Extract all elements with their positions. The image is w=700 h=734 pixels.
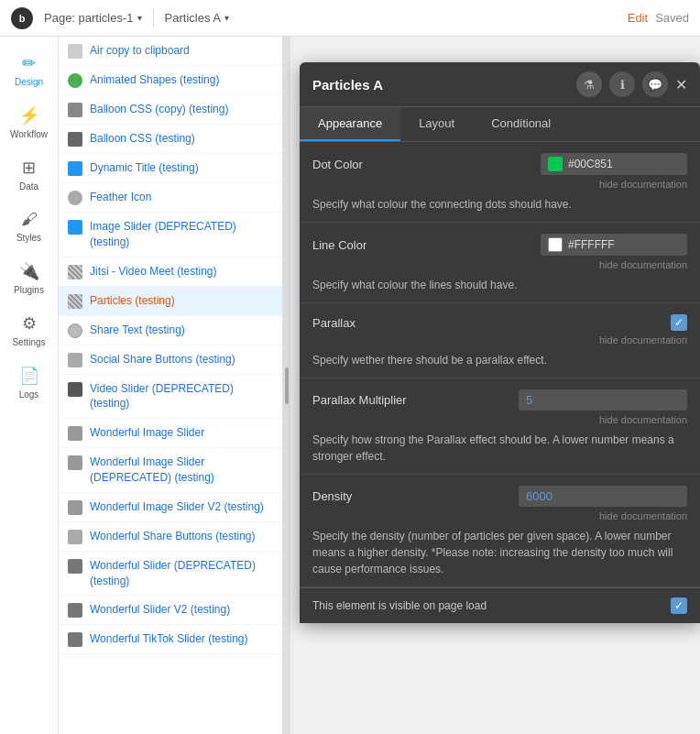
parallax-label: Parallax [312, 316, 663, 330]
topbar: b Page: particles-1 ▾ Particles A ▾ Edit… [0, 0, 700, 37]
line-color-swatch [548, 237, 563, 252]
chat-button[interactable]: 💬 [642, 71, 668, 97]
sidebar-icons: ✏ Design ⚡ Workflow ⊞ Data 🖌 Styles 🔌 Pl… [0, 37, 59, 734]
parallax-doc-link[interactable]: hide documentation [599, 334, 687, 345]
plugin-name: Animated Shapes (testing) [90, 72, 219, 88]
plugin-icon [68, 161, 82, 176]
scroll-handle[interactable] [283, 37, 290, 734]
plugins-icon: 🔌 [19, 261, 39, 281]
sidebar-item-logs[interactable]: 📄 Logs [0, 356, 58, 409]
logo: b [11, 7, 33, 29]
plugin-icon [68, 382, 82, 397]
list-item[interactable]: Wonderful Image Slider [59, 419, 282, 448]
plugin-name: Wonderful Image Slider [90, 425, 204, 441]
panel-content: Dot Color #00C851 hide documentation Spe… [300, 142, 700, 623]
particles-selector[interactable]: Particles A ▾ [165, 11, 617, 25]
dot-color-main: Dot Color #00C851 [312, 153, 687, 175]
list-item[interactable]: Share Text (testing) [59, 316, 282, 345]
plugin-name: Wonderful Slider (DEPRECATED) (testing) [90, 558, 273, 589]
dot-color-swatch [548, 157, 563, 171]
bottom-bar: This element is visible on page load ✓ [300, 587, 700, 623]
parallax-main: Parallax ✓ [312, 314, 687, 331]
list-item-particles[interactable]: Particles (testing) [59, 287, 282, 316]
list-item[interactable]: Social Share Buttons (testing) [59, 345, 282, 375]
close-button[interactable]: ✕ [675, 76, 687, 93]
tab-appearance[interactable]: Appearance [300, 107, 400, 141]
density-doc-link[interactable]: hide documentation [599, 510, 687, 521]
edit-button[interactable]: Edit [628, 11, 648, 25]
sidebar-item-settings[interactable]: ⚙ Settings [0, 304, 58, 356]
sidebar-item-label-workflow: Workflow [10, 129, 48, 139]
plugin-icon [68, 73, 82, 88]
data-icon: ⊞ [22, 158, 36, 178]
list-item[interactable]: Image Slider (DEPRECATED) (testing) [59, 213, 282, 257]
page-selector[interactable]: Page: particles-1 ▾ [44, 11, 142, 25]
sidebar-item-design[interactable]: ✏ Design [0, 44, 58, 96]
sidebar-item-workflow[interactable]: ⚡ Workflow [0, 96, 58, 148]
list-item[interactable]: Feather Icon [59, 183, 282, 213]
visible-on-load-checkbox[interactable]: ✓ [671, 597, 687, 614]
list-item[interactable]: Wonderful Slider (DEPRECATED) (testing) [59, 552, 282, 597]
sidebar-item-label-settings: Settings [12, 337, 45, 347]
settings-icon: ⚙ [22, 313, 37, 334]
tab-layout[interactable]: Layout [400, 107, 473, 141]
density-field: Density [300, 475, 700, 507]
plugin-icon [68, 632, 82, 647]
list-item[interactable]: Wonderful Share Buttons (testing) [59, 522, 282, 552]
list-item[interactable]: Jitsi - Video Meet (testing) [59, 257, 282, 287]
list-item[interactable]: Balloon CSS (testing) [59, 125, 282, 154]
flask-button[interactable]: ⚗ [576, 71, 602, 97]
line-color-doc-link[interactable]: hide documentation [599, 259, 687, 270]
sidebar-item-plugins[interactable]: 🔌 Plugins [0, 252, 58, 304]
plugin-icon [68, 455, 82, 470]
list-item[interactable]: Wonderful TikTok Slider (testing) [59, 625, 282, 654]
sidebar-item-data[interactable]: ⊞ Data [0, 148, 58, 201]
list-item[interactable]: Wonderful Slider V2 (testing) [59, 596, 282, 625]
info-button[interactable]: ℹ [609, 71, 635, 97]
scroll-handle-bar [285, 367, 289, 404]
sidebar-item-styles[interactable]: 🖌 Styles [0, 201, 58, 252]
density-description: Specify the density (number of particles… [300, 524, 700, 587]
list-item[interactable]: Dynamic Title (testing) [59, 154, 282, 183]
parallax-multiplier-input[interactable] [519, 389, 687, 411]
parallax-multiplier-doc-link[interactable]: hide documentation [599, 414, 687, 425]
plugin-name: Wonderful Image Slider (DEPRECATED) (tes… [90, 455, 273, 486]
plugin-icon [68, 500, 82, 515]
density-input[interactable] [519, 486, 687, 507]
list-item[interactable]: Animated Shapes (testing) [59, 66, 282, 95]
main-layout: ✏ Design ⚡ Workflow ⊞ Data 🖌 Styles 🔌 Pl… [0, 37, 700, 734]
sidebar-item-label-data: Data [19, 181, 38, 192]
plugin-icon [68, 294, 82, 309]
styles-icon: 🖌 [21, 210, 38, 229]
panel-header: Particles A ⚗ ℹ 💬 ✕ [300, 62, 700, 107]
plugin-icon [68, 530, 82, 544]
list-item[interactable]: Wonderful Image Slider (DEPRECATED) (tes… [59, 448, 282, 493]
tab-conditional[interactable]: Conditional [473, 107, 569, 141]
plugin-name: Video Slider (DEPRECATED) (testing) [90, 381, 273, 412]
line-color-description: Specify what colour the lines should hav… [300, 273, 700, 303]
sidebar-item-label-styles: Styles [16, 233, 41, 243]
parallax-description: Specify wether there should be a paralla… [300, 348, 700, 378]
dot-color-value[interactable]: #00C851 [541, 153, 687, 175]
plugin-icon [68, 353, 82, 367]
dot-color-doc-link[interactable]: hide documentation [599, 179, 687, 190]
design-icon: ✏ [22, 53, 36, 73]
parallax-multiplier-doc-row: hide documentation [300, 411, 700, 428]
parallax-multiplier-main: Parallax Multiplier [312, 389, 687, 411]
plugin-name: Wonderful Image Slider V2 (testing) [90, 499, 264, 515]
plugin-name: Balloon CSS (copy) (testing) [90, 102, 228, 117]
plugin-icon [68, 265, 82, 279]
list-item[interactable]: Air copy to clipboard [59, 37, 282, 66]
list-item[interactable]: Video Slider (DEPRECATED) (testing) [59, 375, 282, 420]
particles-dropdown-icon[interactable]: ▾ [224, 13, 229, 23]
page-dropdown-icon[interactable]: ▾ [137, 13, 142, 23]
line-color-value[interactable]: #FFFFFF [541, 234, 687, 256]
parallax-multiplier-description: Specify how strong the Parallax effect s… [300, 428, 700, 475]
list-item[interactable]: Balloon CSS (copy) (testing) [59, 95, 282, 125]
plugin-name: Jitsi - Video Meet (testing) [90, 264, 217, 279]
logs-icon: 📄 [19, 366, 39, 386]
workflow-icon: ⚡ [19, 105, 39, 126]
parallax-checkbox[interactable]: ✓ [671, 314, 687, 331]
topbar-actions: Edit Saved [628, 11, 689, 25]
list-item[interactable]: Wonderful Image Slider V2 (testing) [59, 493, 282, 522]
